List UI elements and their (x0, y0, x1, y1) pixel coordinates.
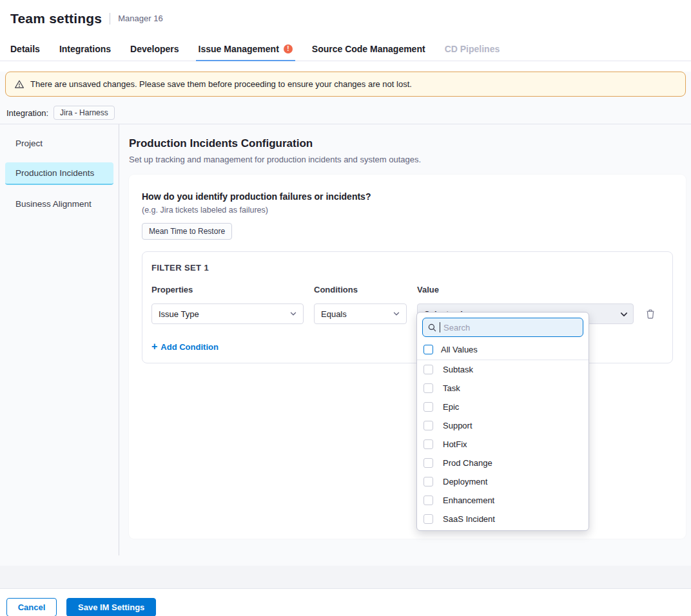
checkbox[interactable] (423, 439, 433, 449)
page-header: Team settings Manager 16 (0, 0, 691, 37)
text-cursor (440, 322, 440, 332)
option-hotfix[interactable]: HotFix (417, 435, 589, 454)
search-input[interactable] (443, 323, 578, 332)
integration-row: Integration: Jira - Harness (6, 106, 691, 120)
delete-filter-button[interactable] (644, 307, 657, 320)
tab-details[interactable]: Details (10, 37, 40, 61)
option-saas-incident[interactable]: SaaS Incident (417, 510, 589, 528)
column-properties: Properties (151, 285, 304, 294)
filter-column-headers: Properties Conditions Value (151, 285, 663, 294)
conditions-select[interactable]: Equals (314, 303, 407, 324)
add-condition-button[interactable]: + Add Condition (151, 342, 219, 352)
checkbox[interactable] (423, 514, 433, 524)
integration-label: Integration: (6, 108, 48, 118)
column-conditions: Conditions (314, 285, 407, 294)
tab-source-code-management[interactable]: Source Code Management (312, 37, 425, 61)
metric-chip-mean-time-to-restore[interactable]: Mean Time to Restore (142, 223, 232, 240)
tab-cd-pipelines: CD Pipelines (445, 37, 500, 61)
option-subtask[interactable]: Subtask (417, 360, 589, 379)
tab-integrations[interactable]: Integrations (59, 37, 111, 61)
option-task[interactable]: Task (417, 379, 589, 398)
checkbox-all-values[interactable] (423, 345, 433, 354)
tab-bar: Details Integrations Developers Issue Ma… (0, 37, 691, 61)
team-name: Manager 16 (118, 14, 162, 23)
value-dropdown-popup: All Values Subtask Task Epic Support Hot… (416, 312, 589, 531)
page: Team settings Manager 16 Details Integra… (0, 0, 691, 616)
page-title: Team settings (10, 11, 102, 26)
option-deployment[interactable]: Deployment (417, 472, 589, 491)
banner-text: There are unsaved changes. Please save t… (30, 79, 412, 89)
tab-developers[interactable]: Developers (130, 37, 179, 61)
checkbox[interactable] (423, 458, 433, 468)
chevron-down-icon (620, 311, 627, 317)
unsaved-alert-badge: ! (284, 44, 293, 53)
dropdown-search-box[interactable] (422, 318, 583, 337)
save-im-settings-button[interactable]: Save IM Settings (66, 598, 156, 616)
column-value: Value (417, 285, 634, 294)
properties-select[interactable]: Issue Type (151, 303, 304, 324)
tab-issue-management[interactable]: Issue Management ! (199, 37, 293, 61)
option-customer-notification[interactable]: Customer Notification (417, 528, 589, 531)
integration-chip[interactable]: Jira - Harness (54, 106, 115, 120)
sidebar-item-production-incidents[interactable]: Production Incidents (5, 162, 113, 185)
section-title: Production Incidents Configuration (129, 137, 686, 150)
filter-set-title: FILTER SET 1 (151, 263, 663, 273)
sidebar-item-project[interactable]: Project (5, 133, 113, 154)
trash-icon (645, 309, 656, 320)
unsaved-changes-banner: There are unsaved changes. Please save t… (5, 72, 686, 97)
option-enhancement[interactable]: Enhancement (417, 491, 589, 510)
option-support[interactable]: Support (417, 416, 589, 435)
title-divider (110, 13, 110, 24)
section-subtitle: Set up tracking and management for produ… (129, 155, 686, 164)
option-prod-change[interactable]: Prod Change (417, 454, 589, 472)
chevron-down-icon (393, 311, 400, 317)
action-footer: Cancel Save IM Settings (0, 589, 691, 616)
chevron-down-icon (290, 311, 297, 317)
dropdown-search-area (417, 313, 589, 342)
question-heading: How do you identify production failures … (142, 191, 673, 202)
checkbox[interactable] (423, 477, 433, 486)
cancel-button[interactable]: Cancel (6, 598, 57, 616)
search-icon (428, 323, 436, 332)
checkbox[interactable] (423, 496, 433, 505)
option-all-values[interactable]: All Values (417, 342, 589, 360)
checkbox[interactable] (423, 365, 433, 374)
sidebar-item-business-alignment[interactable]: Business Alignment (5, 193, 113, 215)
warning-icon (14, 79, 24, 90)
configuration-card: How do you identify production failures … (129, 175, 686, 539)
prefooter-band (0, 566, 691, 589)
question-hint: (e.g. Jira tickets labeled as failures) (142, 206, 673, 215)
settings-sidebar: Project Production Incidents Business Al… (0, 124, 119, 555)
checkbox[interactable] (423, 402, 433, 412)
checkbox[interactable] (423, 383, 433, 393)
option-epic[interactable]: Epic (417, 398, 589, 416)
main-panel: Production Incidents Configuration Set u… (119, 124, 691, 555)
plus-icon: + (151, 342, 157, 352)
filter-set-1: FILTER SET 1 Properties Conditions Value… (142, 251, 673, 363)
checkbox[interactable] (423, 421, 433, 430)
